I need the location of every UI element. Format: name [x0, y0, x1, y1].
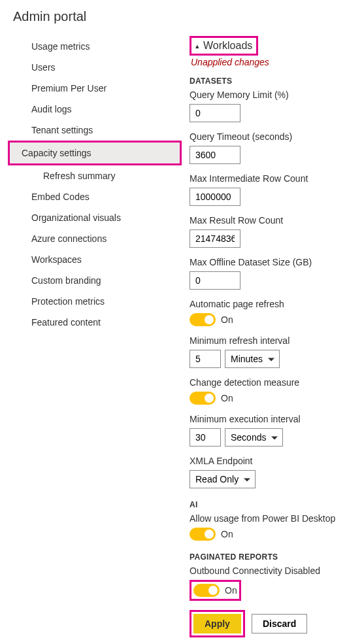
xmla-select[interactable]: Read Only: [190, 470, 256, 488]
sidebar-item-refresh-summary[interactable]: Refresh summary: [20, 165, 176, 186]
datasets-group-label: DATASETS: [190, 76, 364, 86]
sidebar-item-tenant-settings[interactable]: Tenant settings: [20, 120, 176, 141]
sidebar: Usage metrics Users Premium Per User Aud…: [20, 31, 176, 637]
ai-group-label: AI: [190, 500, 364, 509]
allow-desktop-state: On: [221, 529, 233, 539]
page-title: Admin portal: [0, 0, 364, 31]
max-result-input[interactable]: [190, 229, 240, 248]
auto-refresh-label: Automatic page refresh: [190, 299, 364, 309]
min-refresh-unit-select[interactable]: Minutes: [225, 350, 280, 368]
sidebar-item-workspaces[interactable]: Workspaces: [20, 249, 176, 270]
query-timeout-input[interactable]: [190, 146, 240, 164]
auto-refresh-state: On: [221, 314, 233, 325]
sidebar-item-protection-metrics[interactable]: Protection metrics: [20, 291, 176, 312]
paginated-group-label: PAGINATED REPORTS: [190, 552, 364, 562]
min-exec-unit-select[interactable]: Seconds: [225, 428, 283, 447]
max-offline-input[interactable]: [190, 271, 240, 290]
highlight-apply-button: Apply: [190, 610, 245, 637]
sidebar-item-capacity-settings[interactable]: Capacity settings: [10, 143, 180, 163]
allow-desktop-toggle[interactable]: [190, 528, 216, 541]
apply-button[interactable]: Apply: [193, 614, 241, 634]
sidebar-item-custom-branding[interactable]: Custom branding: [20, 270, 176, 291]
sidebar-item-organizational-visuals[interactable]: Organizational visuals: [20, 207, 176, 228]
change-detection-state: On: [221, 393, 233, 403]
workloads-header[interactable]: ▴ Workloads: [191, 38, 256, 54]
query-memory-input[interactable]: [190, 104, 240, 122]
outbound-label: Outbound Connectivity Disabled: [190, 566, 364, 576]
workloads-title: Workloads: [203, 40, 252, 52]
content-panel: ▴ Workloads Unapplied changes DATASETS Q…: [176, 31, 364, 637]
collapse-icon: ▴: [195, 42, 199, 50]
sidebar-item-featured-content[interactable]: Featured content: [20, 312, 176, 333]
sidebar-item-audit-logs[interactable]: Audit logs: [20, 99, 176, 120]
auto-refresh-toggle[interactable]: [190, 313, 216, 326]
change-detection-label: Change detection measure: [190, 377, 364, 388]
query-timeout-label: Query Timeout (seconds): [190, 131, 364, 142]
max-intermediate-input[interactable]: [190, 188, 240, 206]
min-refresh-input[interactable]: [190, 350, 221, 368]
min-refresh-label: Minimum refresh interval: [190, 335, 364, 346]
outbound-state: On: [225, 585, 237, 596]
sidebar-item-embed-codes[interactable]: Embed Codes: [20, 186, 176, 207]
discard-button[interactable]: Discard: [252, 614, 307, 634]
max-offline-label: Max Offline Dataset Size (GB): [190, 257, 364, 267]
max-intermediate-label: Max Intermediate Row Count: [190, 173, 364, 184]
min-exec-label: Minimum execution interval: [190, 414, 364, 424]
highlight-capacity-settings: Capacity settings: [8, 141, 182, 165]
max-result-label: Max Result Row Count: [190, 215, 364, 226]
sidebar-item-usage-metrics[interactable]: Usage metrics: [20, 36, 176, 57]
outbound-toggle[interactable]: [193, 584, 220, 597]
query-memory-label: Query Memory Limit (%): [190, 90, 364, 100]
allow-desktop-label: Allow usage from Power BI Desktop: [190, 513, 364, 524]
sidebar-item-azure-connections[interactable]: Azure connections: [20, 228, 176, 249]
xmla-label: XMLA Endpoint: [190, 456, 364, 466]
min-exec-input[interactable]: [190, 428, 221, 447]
highlight-workloads-header: ▴ Workloads: [190, 36, 258, 56]
highlight-outbound-toggle: On: [190, 580, 241, 601]
sidebar-item-premium-per-user[interactable]: Premium Per User: [20, 78, 176, 99]
sidebar-item-users[interactable]: Users: [20, 57, 176, 78]
change-detection-toggle[interactable]: [190, 392, 216, 405]
unapplied-changes-text: Unapplied changes: [190, 57, 364, 67]
